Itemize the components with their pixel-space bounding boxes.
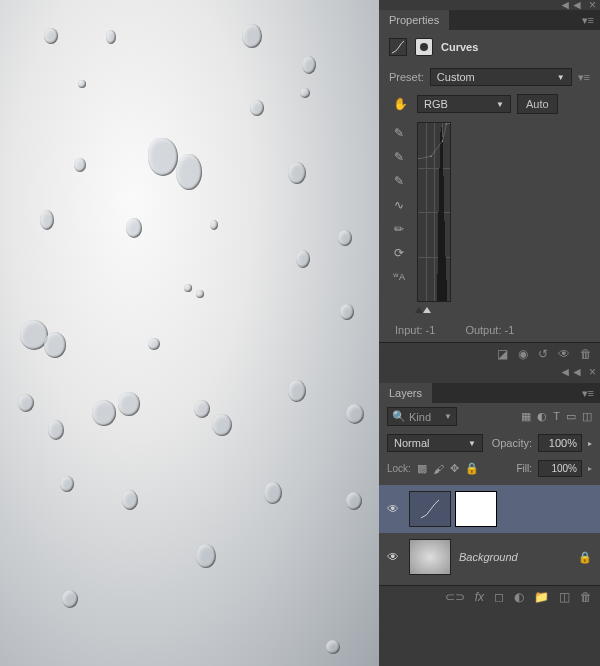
layer-style-icon[interactable]: fx: [475, 590, 484, 604]
delete-icon[interactable]: 🗑: [580, 347, 592, 361]
document-canvas[interactable]: [0, 0, 379, 666]
collapse-icon[interactable]: ◄◄: [559, 365, 583, 379]
layer-mask-thumbnail[interactable]: [455, 491, 497, 527]
new-adjustment-icon[interactable]: ◐: [514, 590, 524, 604]
lock-pixels-icon[interactable]: 🖌: [433, 463, 444, 475]
search-icon: 🔍: [392, 410, 406, 423]
panel-menu-icon[interactable]: ▾≡: [582, 14, 594, 27]
input-label: Input:: [395, 324, 423, 336]
mask-icon[interactable]: [415, 38, 433, 56]
preset-label: Preset:: [389, 71, 424, 83]
panel-menu-icon[interactable]: ▾≡: [582, 387, 594, 400]
collapse-icon[interactable]: ◄◄: [559, 0, 583, 12]
filter-type-dropdown[interactable]: 🔍 Kind ▼: [387, 407, 457, 426]
curve-smooth-icon[interactable]: ∿: [388, 196, 410, 214]
layer-name[interactable]: Background: [459, 551, 518, 563]
fill-label: Fill:: [516, 463, 532, 474]
visibility-toggle-icon[interactable]: 👁: [387, 502, 401, 516]
lock-position-icon[interactable]: ✥: [450, 462, 459, 475]
opacity-label: Opacity:: [492, 437, 532, 449]
curves-adjustment-icon: [389, 38, 407, 56]
lock-icon[interactable]: 🔒: [578, 551, 592, 564]
add-mask-icon[interactable]: ◻: [494, 590, 504, 604]
black-white-sliders[interactable]: [413, 302, 451, 314]
properties-tab[interactable]: Properties: [379, 10, 450, 30]
svg-rect-2: [442, 141, 443, 142]
smooth-icon[interactable]: ⟳: [388, 244, 410, 262]
blend-mode-dropdown[interactable]: Normal▼: [387, 434, 483, 452]
adjustment-thumbnail[interactable]: [409, 491, 451, 527]
output-value: -1: [505, 324, 515, 336]
reset-icon[interactable]: ↺: [538, 347, 548, 361]
layer-curves-adjustment[interactable]: 👁: [379, 485, 600, 533]
link-layers-icon[interactable]: ⊂⊃: [445, 590, 465, 604]
lock-label: Lock:: [387, 463, 411, 474]
filter-smart-icon[interactable]: ◫: [582, 410, 592, 423]
previous-state-icon[interactable]: ◉: [518, 347, 528, 361]
svg-rect-3: [446, 123, 447, 124]
layers-panel: Layers ▾≡ 🔍 Kind ▼ ▦ ◐ T ▭ ◫ Normal▼ Opa…: [379, 383, 600, 608]
preset-dropdown[interactable]: Custom▼: [430, 68, 572, 86]
close-icon[interactable]: ×: [589, 0, 596, 12]
clip-to-layer-icon[interactable]: ◪: [497, 347, 508, 361]
fill-value[interactable]: 100%: [538, 460, 582, 477]
properties-panel: Properties ▾≡ Curves Preset: Custom▼ ▾≡ …: [379, 10, 600, 365]
filter-shape-icon[interactable]: ▭: [566, 410, 576, 423]
layer-background[interactable]: 👁 Background 🔒: [379, 533, 600, 581]
hand-tool-icon[interactable]: ✋: [389, 95, 411, 113]
svg-rect-0: [418, 158, 419, 159]
opacity-scrubber-icon[interactable]: ▸: [588, 439, 592, 448]
options-icon[interactable]: ᵂA: [388, 268, 410, 286]
eyedropper-black-icon[interactable]: ✎: [388, 124, 410, 142]
channel-dropdown[interactable]: RGB▼: [417, 95, 511, 113]
lock-transparency-icon[interactable]: ▩: [417, 462, 427, 475]
filter-pixel-icon[interactable]: ▦: [521, 410, 531, 423]
chevron-down-icon: ▼: [557, 73, 565, 82]
eyedropper-gray-icon[interactable]: ✎: [388, 148, 410, 166]
visibility-toggle-icon[interactable]: 👁: [387, 550, 401, 564]
opacity-value[interactable]: 100%: [538, 434, 582, 452]
visibility-icon[interactable]: 👁: [558, 347, 570, 361]
eyedropper-white-icon[interactable]: ✎: [388, 172, 410, 190]
filter-adjustment-icon[interactable]: ◐: [537, 410, 547, 423]
output-label: Output:: [465, 324, 501, 336]
input-value: -1: [426, 324, 436, 336]
filter-type-icon[interactable]: T: [553, 410, 560, 423]
layers-tab[interactable]: Layers: [379, 383, 433, 403]
svg-rect-1: [431, 156, 432, 157]
layer-thumbnail[interactable]: [409, 539, 451, 575]
preset-menu-icon[interactable]: ▾≡: [578, 71, 590, 84]
fill-scrubber-icon[interactable]: ▸: [588, 464, 592, 473]
curves-graph[interactable]: [417, 122, 451, 302]
lock-all-icon[interactable]: 🔒: [465, 462, 479, 475]
pencil-icon[interactable]: ✏: [388, 220, 410, 238]
close-icon[interactable]: ×: [589, 365, 596, 379]
delete-layer-icon[interactable]: 🗑: [580, 590, 592, 604]
adjustment-title: Curves: [441, 41, 478, 53]
new-layer-icon[interactable]: ◫: [559, 590, 570, 604]
new-group-icon[interactable]: 📁: [534, 590, 549, 604]
auto-button[interactable]: Auto: [517, 94, 558, 114]
svg-rect-4: [449, 123, 450, 124]
